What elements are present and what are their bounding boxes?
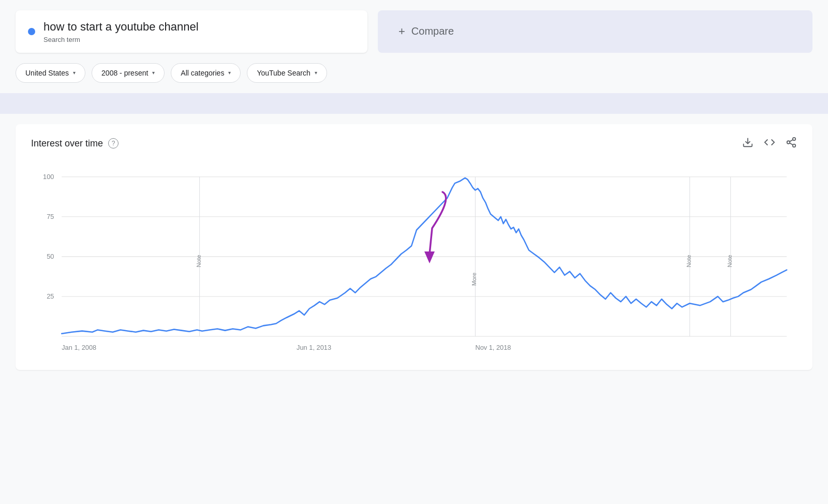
time-filter-label: 2008 - present xyxy=(101,69,148,77)
svg-text:50: 50 xyxy=(47,252,54,260)
svg-text:Note: Note xyxy=(727,255,733,267)
svg-text:25: 25 xyxy=(47,292,54,300)
chart-title-area: Interest over time ? xyxy=(31,138,119,149)
filter-bar: United States ▾ 2008 - present ▾ All cat… xyxy=(0,53,828,93)
search-term-subtitle: Search term xyxy=(43,36,199,43)
embed-button[interactable] xyxy=(764,137,775,151)
help-icon[interactable]: ? xyxy=(108,138,119,149)
search-term-title: how to start a youtube channel xyxy=(43,20,199,35)
source-filter[interactable]: YouTube Search ▾ xyxy=(247,63,327,83)
share-button[interactable] xyxy=(786,137,797,151)
time-filter[interactable]: 2008 - present ▾ xyxy=(92,63,165,83)
svg-text:Nov 1, 2018: Nov 1, 2018 xyxy=(475,343,511,351)
location-chevron-icon: ▾ xyxy=(73,70,76,76)
svg-point-2 xyxy=(787,141,790,144)
location-filter[interactable]: United States ▾ xyxy=(16,63,85,83)
category-filter-label: All categories xyxy=(181,69,224,77)
chart-actions xyxy=(742,137,797,151)
source-filter-label: YouTube Search xyxy=(257,69,310,77)
svg-text:75: 75 xyxy=(47,212,54,220)
svg-line-5 xyxy=(790,140,793,142)
chart-header: Interest over time ? xyxy=(31,137,797,151)
top-section: how to start a youtube channel Search te… xyxy=(0,0,828,53)
download-button[interactable] xyxy=(742,137,753,151)
category-chevron-icon: ▾ xyxy=(228,70,231,76)
svg-text:Jun 1, 2013: Jun 1, 2013 xyxy=(297,343,331,351)
svg-point-3 xyxy=(793,144,796,147)
search-term-card: how to start a youtube channel Search te… xyxy=(16,10,367,53)
compare-plus-icon: + xyxy=(398,25,405,38)
svg-text:Note: Note xyxy=(196,255,202,267)
compare-label: Compare xyxy=(411,25,454,37)
divider xyxy=(0,93,828,114)
location-filter-label: United States xyxy=(25,69,69,77)
search-term-dot xyxy=(28,28,35,35)
category-filter[interactable]: All categories ▾ xyxy=(171,63,241,83)
svg-text:100: 100 xyxy=(43,172,54,180)
chart-container: 100 75 50 25 Jan 1, 2008 Jun 1, 2013 Nov… xyxy=(31,161,797,358)
compare-card[interactable]: + Compare xyxy=(378,10,812,53)
time-chevron-icon: ▾ xyxy=(152,70,155,76)
chart-section: Interest over time ? xyxy=(16,124,812,370)
svg-point-1 xyxy=(793,137,796,140)
source-chevron-icon: ▾ xyxy=(315,70,317,76)
svg-line-4 xyxy=(790,143,793,145)
chart-title: Interest over time xyxy=(31,138,103,149)
svg-text:More: More xyxy=(471,272,478,286)
svg-text:Jan 1, 2008: Jan 1, 2008 xyxy=(62,343,96,351)
search-term-text: how to start a youtube channel Search te… xyxy=(43,20,199,43)
svg-text:Note: Note xyxy=(686,255,692,267)
